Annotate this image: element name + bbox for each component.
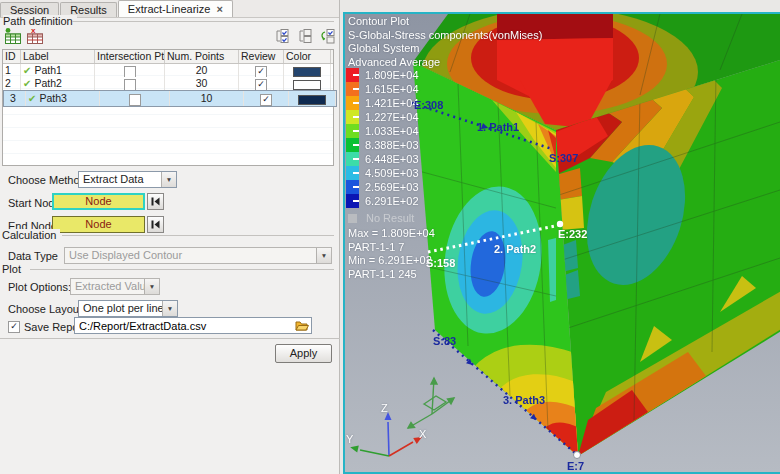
table-row[interactable]: 2 ✔Path2 30 ✓ xyxy=(3,77,333,90)
3d-viewport[interactable]: Contour Plot S-Global-Stress components(… xyxy=(343,12,780,474)
color-swatch[interactable] xyxy=(298,95,326,105)
table-row-selected[interactable]: 3 ✔Path3 10 ✓ xyxy=(3,90,337,107)
chevron-down-icon[interactable]: ▼ xyxy=(161,172,176,187)
path2-name-label: 2. Path2 xyxy=(494,243,536,255)
plot-section-title: Plot xyxy=(2,263,25,275)
result-type: S-Global-Stress components(vonMises) xyxy=(348,29,542,43)
legend-band xyxy=(346,152,359,166)
group-divider xyxy=(72,21,334,22)
contour-legend: 1.809E+04 1.615E+04 1.421E+04 1.227E+04 … xyxy=(346,68,419,208)
path1-name-label: 1. Path1 xyxy=(477,121,519,133)
path1-end-label: E:308 xyxy=(414,99,443,111)
calculation-section-title: Calculation xyxy=(2,229,60,241)
review-checkbox[interactable]: ✓ xyxy=(255,66,267,77)
control-panel: Session Results Extract-Linearize× Path … xyxy=(0,0,340,474)
valid-check-icon: ✔ xyxy=(23,65,31,76)
chevron-down-icon: ▼ xyxy=(144,279,159,294)
tab-close-icon[interactable]: × xyxy=(216,3,222,15)
tab-extract-linearize[interactable]: Extract-Linearize× xyxy=(118,0,233,17)
path2-end-label: E:232 xyxy=(558,228,587,240)
remove-path-icon[interactable]: x xyxy=(25,27,45,45)
uncheck-all-icon[interactable] xyxy=(297,27,317,45)
end-node-pick-icon[interactable] xyxy=(147,216,164,233)
path-definition-group-title: Path definition xyxy=(3,15,77,27)
color-swatch[interactable] xyxy=(293,80,321,90)
apply-button[interactable]: Apply xyxy=(275,344,332,363)
legend-band xyxy=(346,166,359,180)
start-node-pick-icon[interactable] xyxy=(147,193,164,210)
browse-folder-icon[interactable] xyxy=(295,319,309,332)
legend-no-result: No Result xyxy=(348,212,414,224)
path2-start-label: S:158 xyxy=(426,257,455,269)
check-all-icon[interactable] xyxy=(274,27,294,45)
valid-check-icon: ✔ xyxy=(28,93,36,104)
divider xyxy=(0,338,340,339)
legend-band xyxy=(346,110,359,124)
legend-band xyxy=(346,68,359,82)
legend-band xyxy=(346,82,359,96)
review-checkbox[interactable]: ✓ xyxy=(260,94,272,106)
group-divider xyxy=(62,235,334,236)
min-location: PART-1-1 245 xyxy=(348,268,435,282)
path-table: ID Label Intersection Pts Num. Points Re… xyxy=(2,49,334,166)
result-system: Global System xyxy=(348,42,542,56)
chevron-down-icon: ▼ xyxy=(316,248,331,263)
save-report-checkbox[interactable]: ✓ xyxy=(8,321,20,333)
group-divider xyxy=(30,269,334,270)
chevron-down-icon[interactable]: ▼ xyxy=(162,301,177,316)
intersection-checkbox[interactable] xyxy=(129,94,141,106)
legend-band xyxy=(346,180,359,194)
result-averaging: Advanced Average xyxy=(348,56,542,70)
intersection-checkbox[interactable] xyxy=(124,66,136,77)
review-checkbox[interactable]: ✓ xyxy=(255,79,267,90)
data-type-label: Data Type xyxy=(8,250,58,262)
start-node-button[interactable]: Node xyxy=(52,193,145,210)
y-axis-label: Y xyxy=(346,433,353,445)
graphics-panel: Contour Plot S-Global-Stress components(… xyxy=(340,0,780,474)
report-path-input[interactable] xyxy=(74,317,312,334)
add-path-icon[interactable] xyxy=(3,27,23,45)
data-type-select[interactable]: Use Displayed Contour▼ xyxy=(64,247,332,264)
z-axis-label: Z xyxy=(381,402,388,414)
plot-options-select[interactable]: Extracted Values▼ xyxy=(70,278,160,295)
min-value: Min = 6.291E+02 xyxy=(348,254,435,268)
path1-start-label: S:307 xyxy=(549,152,578,164)
table-row[interactable]: 1 ✔Path1 20 ✓ xyxy=(3,64,333,77)
choose-layout-select[interactable]: One plot per line▼ xyxy=(78,300,178,317)
legend-band xyxy=(346,96,359,110)
color-swatch[interactable] xyxy=(293,67,321,77)
max-value: Max = 1.809E+04 xyxy=(348,227,435,241)
legend-band xyxy=(346,138,359,152)
contour-title: Contour Plot xyxy=(348,15,542,29)
path-table-header: ID Label Intersection Pts Num. Points Re… xyxy=(3,50,333,64)
path3-start-label: S:83 xyxy=(433,335,456,347)
end-node-button[interactable]: Node xyxy=(52,216,145,233)
plot-options-label: Plot Options: xyxy=(8,281,71,293)
max-location: PART-1-1 7 xyxy=(348,241,435,255)
choose-method-select[interactable]: Extract Data▼ xyxy=(78,171,177,188)
invert-check-icon[interactable] xyxy=(318,27,338,45)
valid-check-icon: ✔ xyxy=(23,78,31,89)
result-stats: Max = 1.809E+04 PART-1-1 7 Min = 6.291E+… xyxy=(348,227,435,281)
legend-band xyxy=(346,124,359,138)
legend-band xyxy=(346,194,359,208)
intersection-checkbox[interactable] xyxy=(124,79,136,90)
x-axis-label: X xyxy=(419,428,426,440)
no-result-swatch xyxy=(348,214,357,223)
choose-layout-label: Choose Layout: xyxy=(8,303,85,315)
choose-method-label: Choose Method: xyxy=(8,174,89,186)
contour-header: Contour Plot S-Global-Stress components(… xyxy=(348,15,542,69)
path3-end-label: E:7 xyxy=(567,460,584,472)
path3-name-label: 3. Path3 xyxy=(503,394,545,406)
